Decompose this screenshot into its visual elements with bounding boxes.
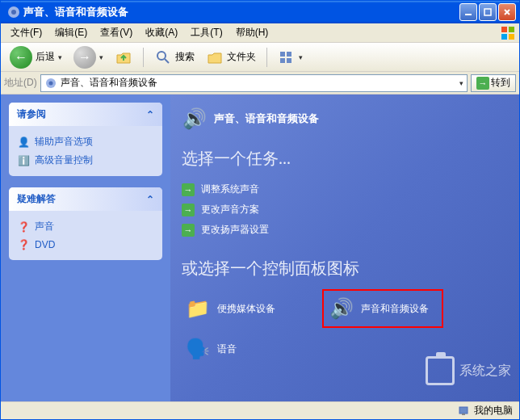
info-icon: ℹ️ — [17, 154, 30, 167]
close-button[interactable] — [498, 3, 516, 21]
icon-label: 声音和音频设备 — [361, 302, 429, 316]
toolbar: ← 后退 ▾ → ▾ 搜索 文件夹 ▾ — [1, 43, 519, 72]
folder-up-icon — [115, 48, 132, 66]
sidebar-link-label: 辅助声音选项 — [35, 135, 93, 149]
sidebar-link-label: 高级音量控制 — [35, 153, 93, 167]
main-panel: 🔊 声音、语音和音频设备 选择一个任务... → 调整系统声音 → 更改声音方案… — [170, 94, 519, 401]
windows-logo-icon — [500, 25, 516, 41]
go-arrow-icon: → — [476, 77, 489, 90]
menubar: 文件(F) 编辑(E) 查看(V) 收藏(A) 工具(T) 帮助(H) — [1, 23, 519, 43]
svg-rect-17 — [462, 414, 465, 415]
forward-button[interactable]: → ▾ — [69, 46, 107, 69]
status-text: 我的电脑 — [474, 404, 513, 418]
back-button[interactable]: ← 后退 ▾ — [6, 46, 66, 69]
help-icon: ❓ — [17, 220, 30, 233]
sidebar-link-label: DVD — [35, 239, 55, 250]
menu-view[interactable]: 查看(V) — [94, 24, 139, 41]
icon-portable-media[interactable]: 📁 便携媒体设备 — [182, 289, 303, 328]
back-arrow-icon: ← — [10, 46, 32, 69]
troubleshoot-header[interactable]: 疑难解答 ⌃ — [9, 187, 162, 211]
sidebar-link-sound[interactable]: ❓ 声音 — [17, 217, 154, 236]
speech-icon: 🗣️ — [185, 336, 211, 362]
task-label: 调整系统声音 — [201, 183, 259, 196]
arrow-icon: → — [182, 204, 195, 216]
search-button[interactable]: 搜索 — [150, 46, 199, 69]
sidebar-link-dvd[interactable]: ❓ DVD — [17, 236, 154, 254]
svg-point-15 — [48, 81, 52, 85]
svg-rect-12 — [280, 58, 285, 63]
minimize-button[interactable] — [459, 3, 477, 21]
see-also-panel: 请参阅 ⌃ 👤 辅助声音选项 ℹ️ 高级音量控制 — [9, 103, 162, 176]
control-panel-icon — [7, 6, 20, 19]
task-label: 更改扬声器设置 — [201, 223, 269, 237]
folders-icon — [206, 48, 224, 66]
sidebar-link-accessibility[interactable]: 👤 辅助声音选项 — [17, 132, 154, 151]
icon-sound-audio-devices[interactable]: 🔊 声音和音频设备 — [322, 289, 443, 328]
address-label: 地址(D) — [4, 76, 37, 90]
svg-rect-11 — [287, 52, 291, 57]
chevron-down-icon: ▾ — [58, 53, 62, 61]
troubleshoot-title: 疑难解答 — [17, 192, 56, 206]
status-bar: 我的电脑 — [1, 401, 519, 419]
svg-point-8 — [157, 52, 166, 60]
svg-rect-5 — [509, 27, 514, 32]
svg-rect-4 — [501, 27, 507, 32]
menu-favorites[interactable]: 收藏(A) — [139, 24, 184, 41]
icon-label: 语音 — [217, 342, 237, 356]
icon-speech[interactable]: 🗣️ 语音 — [182, 333, 303, 365]
maximize-button[interactable] — [479, 3, 497, 21]
up-button[interactable] — [111, 46, 136, 69]
sidebar-link-volume[interactable]: ℹ️ 高级音量控制 — [17, 151, 154, 170]
back-label: 后退 — [36, 50, 55, 64]
collapse-icon: ⌃ — [146, 194, 154, 205]
sidebar-link-label: 声音 — [35, 220, 54, 233]
svg-point-1 — [11, 10, 16, 15]
address-input[interactable]: 声音、语音和音频设备 ▾ — [40, 74, 468, 92]
chevron-down-icon[interactable]: ▾ — [459, 79, 463, 87]
task-label: 更改声音方案 — [201, 203, 259, 216]
search-icon — [154, 48, 172, 66]
portable-media-icon: 📁 — [185, 296, 211, 321]
pick-icon-heading: 或选择一个控制面板图标 — [182, 258, 503, 279]
see-also-title: 请参阅 — [17, 107, 46, 121]
speaker-icon: 🔊 — [329, 296, 354, 321]
menu-help[interactable]: 帮助(H) — [229, 24, 275, 41]
pick-task-heading: 选择一个任务... — [182, 148, 503, 170]
help-icon: ❓ — [17, 238, 30, 251]
troubleshoot-panel: 疑难解答 ⌃ ❓ 声音 ❓ DVD — [9, 187, 162, 260]
svg-rect-7 — [509, 34, 514, 40]
menu-edit[interactable]: 编辑(E) — [48, 24, 94, 41]
go-label: 转到 — [491, 76, 510, 90]
views-icon — [278, 48, 296, 66]
address-bar: 地址(D) 声音、语音和音频设备 ▾ → 转到 — [1, 72, 519, 94]
forward-arrow-icon: → — [73, 46, 96, 69]
speaker-category-icon: 🔊 — [182, 106, 208, 132]
task-adjust-volume[interactable]: → 调整系统声音 — [182, 179, 503, 200]
search-label: 搜索 — [175, 50, 195, 64]
svg-rect-3 — [484, 9, 491, 15]
my-computer-icon — [458, 405, 469, 417]
address-path: 声音、语音和音频设备 — [61, 76, 157, 90]
svg-rect-6 — [501, 34, 507, 40]
menu-file[interactable]: 文件(F) — [4, 24, 48, 41]
chevron-down-icon: ▾ — [299, 53, 303, 61]
sidebar: 请参阅 ⌃ 👤 辅助声音选项 ℹ️ 高级音量控制 疑难解答 — [1, 94, 170, 401]
task-sound-scheme[interactable]: → 更改声音方案 — [182, 200, 503, 220]
folders-button[interactable]: 文件夹 — [202, 46, 260, 69]
svg-rect-16 — [459, 407, 468, 414]
collapse-icon: ⌃ — [146, 109, 154, 120]
category-title: 声音、语音和音频设备 — [214, 111, 319, 126]
icon-label: 便携媒体设备 — [217, 302, 275, 316]
folders-label: 文件夹 — [227, 50, 256, 64]
chevron-down-icon: ▾ — [99, 53, 103, 61]
see-also-header[interactable]: 请参阅 ⌃ — [9, 103, 162, 126]
titlebar: 声音、语音和音频设备 — [1, 1, 519, 23]
views-button[interactable]: ▾ — [274, 46, 307, 69]
svg-rect-2 — [465, 14, 472, 15]
go-button[interactable]: → 转到 — [471, 74, 516, 92]
category-icon — [44, 77, 57, 90]
task-speaker-settings[interactable]: → 更改扬声器设置 — [182, 220, 503, 240]
svg-line-9 — [165, 59, 169, 63]
menu-tools[interactable]: 工具(T) — [184, 24, 229, 41]
arrow-icon: → — [182, 224, 195, 237]
